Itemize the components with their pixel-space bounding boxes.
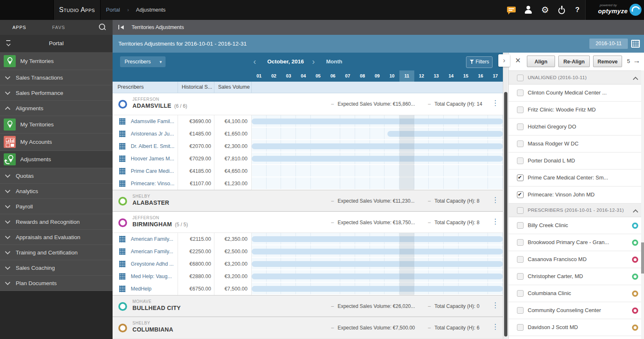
item-checkbox[interactable]	[517, 290, 524, 297]
realign-button[interactable]: Re-Align	[558, 56, 590, 67]
sidebar-group-rewards[interactable]: Rewards and Recognition	[0, 214, 113, 230]
sidebar-group-payroll[interactable]: Payroll	[0, 199, 113, 214]
breadcrumb-adjustments[interactable]: Adjustments	[136, 7, 166, 13]
item-checkbox[interactable]	[517, 123, 524, 130]
sidebar-header-portal[interactable]: Portal	[0, 35, 113, 53]
group-menu-kebab-icon[interactable]: ⋮	[492, 99, 497, 107]
sidebar-item-my-territories[interactable]: My Territories	[0, 53, 113, 70]
section-prescribers[interactable]: PRESCRIBERS (2016-10-01 - 2016-12-31)	[509, 203, 644, 217]
prescriber-row[interactable]: Adamsville Famil... €3690.00 €4,100.00	[113, 115, 503, 128]
sidebar-group-sales-transactions[interactable]: Sales Transactions	[0, 70, 113, 85]
sidebar-group-training[interactable]: Training and Certification	[0, 245, 113, 260]
group-menu-kebab-icon[interactable]: ⋮	[492, 322, 497, 331]
alignment-bar[interactable]	[252, 249, 503, 254]
prev-month-icon[interactable]: ‹	[253, 53, 256, 70]
breadcrumb-portal[interactable]: Portal	[106, 7, 120, 13]
alignment-bar[interactable]	[252, 119, 503, 124]
day-cell[interactable]: 15	[459, 70, 473, 82]
list-item[interactable]: Fritz Clinic: Woodie Fritz MD	[509, 102, 644, 119]
list-item[interactable]: Davis David DO	[509, 336, 644, 339]
alignment-bar[interactable]	[252, 286, 503, 292]
list-item[interactable]: Massa Rodger W DC	[509, 136, 644, 153]
item-checkbox[interactable]	[517, 174, 524, 181]
user-icon[interactable]	[524, 5, 533, 15]
alignment-bar[interactable]	[252, 156, 503, 162]
messages-icon[interactable]	[507, 7, 516, 12]
expand-panel-button[interactable]: ›	[498, 54, 510, 67]
chevron-up-icon[interactable]	[633, 209, 638, 215]
item-checkbox[interactable]	[517, 324, 524, 331]
section-checkbox[interactable]	[517, 75, 524, 81]
sidebar-group-plan-documents[interactable]: Plan Documents	[0, 276, 113, 291]
remove-button[interactable]: Remove	[593, 56, 622, 67]
sidebar-group-appraisals[interactable]: Appraisals and Evaluation	[0, 230, 113, 245]
day-cell[interactable]: 08	[355, 70, 370, 82]
list-item[interactable]: Primecare: Vinson John MD	[509, 186, 644, 203]
day-cell[interactable]: 17	[488, 70, 503, 82]
list-item[interactable]: Davidson J Scott MD	[509, 319, 644, 336]
territory-group-alabaster[interactable]: SHELBY ALABASTER –Expected Sales Volume:…	[113, 190, 503, 211]
list-item[interactable]: Community Counseling Center	[509, 302, 644, 319]
prescriber-row[interactable]: MedHelp €6750.00 €7,500.00	[113, 283, 503, 295]
alignment-bar[interactable]	[252, 274, 503, 279]
sidebar-group-analytics[interactable]: Analytics	[0, 184, 113, 199]
sidebar-group-quotas[interactable]: Quotas	[0, 168, 113, 184]
gear-icon[interactable]: ⚙	[541, 5, 550, 15]
list-item[interactable]: Holzhei Gregory DO	[509, 119, 644, 136]
day-cell[interactable]: 13	[429, 70, 444, 82]
day-cell[interactable]: 06	[325, 70, 340, 82]
power-icon[interactable]	[557, 5, 566, 15]
sidebar-group-sales-performance[interactable]: Sales Performance	[0, 85, 113, 101]
day-cell[interactable]: 16	[473, 70, 488, 82]
collapse-all-icon[interactable]	[5, 40, 11, 46]
day-cell-selected[interactable]: 11	[399, 70, 414, 82]
section-checkbox[interactable]	[517, 207, 524, 214]
day-cell[interactable]: 10	[384, 70, 399, 82]
list-item[interactable]: Christopher Carter, MD	[509, 268, 644, 285]
alignment-bar[interactable]	[252, 236, 503, 242]
territory-group-birmingham[interactable]: JEFFERSON BIRMINGHAM(5 / 5) –Expected Sa…	[113, 211, 503, 233]
list-item[interactable]: Columbiana Clinic	[509, 285, 644, 302]
view-mode-month[interactable]: Month	[326, 53, 342, 70]
list-item[interactable]: Prime Care Medical Center: Sm...	[509, 170, 644, 186]
territory-group-columbiana[interactable]: SHELBY COLUMBIANA –Expected Sales Volume…	[113, 317, 503, 339]
sidebar-group-alignments[interactable]: Alignments	[0, 101, 113, 116]
group-menu-kebab-icon[interactable]: ⋮	[492, 196, 497, 204]
day-cell[interactable]: 04	[296, 70, 311, 82]
collapse-tab-icon[interactable]	[118, 24, 124, 30]
item-checkbox[interactable]	[517, 239, 524, 246]
alignment-bar[interactable]	[252, 261, 503, 267]
prescriber-row[interactable]: Prime Care Medi... €4185.00 €4,650.00	[113, 165, 503, 177]
sidebar-item-my-territories-alignments[interactable]: My Territories	[0, 116, 113, 133]
list-item[interactable]: Clinton County Medical Center ...	[509, 85, 644, 102]
search-icon[interactable]	[99, 24, 105, 30]
date-input[interactable]: 2016-10-11	[589, 39, 628, 49]
main-scrollbar[interactable]	[503, 53, 508, 339]
sidebar-group-sales-coaching[interactable]: Sales Coaching	[0, 260, 113, 276]
day-cell[interactable]: 07	[340, 70, 355, 82]
prescriber-row[interactable]: American Family... €2115.00 €2,350.00	[113, 233, 503, 245]
item-checkbox[interactable]	[517, 256, 524, 263]
prescriber-row[interactable]: Hoover James M... €7029.00 €7,810.00	[113, 153, 503, 165]
prescriber-row[interactable]: Primecare: Vinso... €1107.00 €1,230.00	[113, 177, 503, 190]
align-button[interactable]: Align	[527, 56, 555, 67]
prescriber-row[interactable]: Greystone Adhd ... €6800.00 €3,200.00	[113, 258, 503, 270]
arrow-right-icon[interactable]: →	[633, 56, 640, 65]
day-cell[interactable]: 02	[267, 70, 281, 82]
column-prescribers[interactable]: Prescribers	[113, 82, 178, 93]
filters-button[interactable]: Filters	[466, 56, 493, 68]
item-checkbox[interactable]	[517, 90, 524, 96]
item-checkbox[interactable]	[517, 307, 524, 314]
territory-group-adamsville[interactable]: JEFFERSON ADAMSVILLE(6 / 6) –Expected Sa…	[113, 93, 503, 115]
next-month-icon[interactable]: ›	[312, 53, 315, 70]
item-checkbox[interactable]	[517, 140, 524, 147]
prescriber-row[interactable]: American Family... €2250.00 €2,500.00	[113, 245, 503, 258]
item-checkbox[interactable]	[517, 157, 524, 164]
list-item[interactable]: Brookwood Primary Care - Gran...	[509, 234, 644, 251]
prescriber-row[interactable]: Dr. Albert E. Smit... €2070.00 €2,300.00	[113, 140, 503, 153]
panel-scrollbar[interactable]	[641, 70, 644, 339]
item-checkbox[interactable]	[517, 191, 524, 198]
sidebar-item-my-accounts[interactable]: My Accounts	[0, 133, 113, 151]
help-icon[interactable]: ?	[573, 5, 582, 15]
alignment-bar[interactable]	[252, 143, 503, 149]
